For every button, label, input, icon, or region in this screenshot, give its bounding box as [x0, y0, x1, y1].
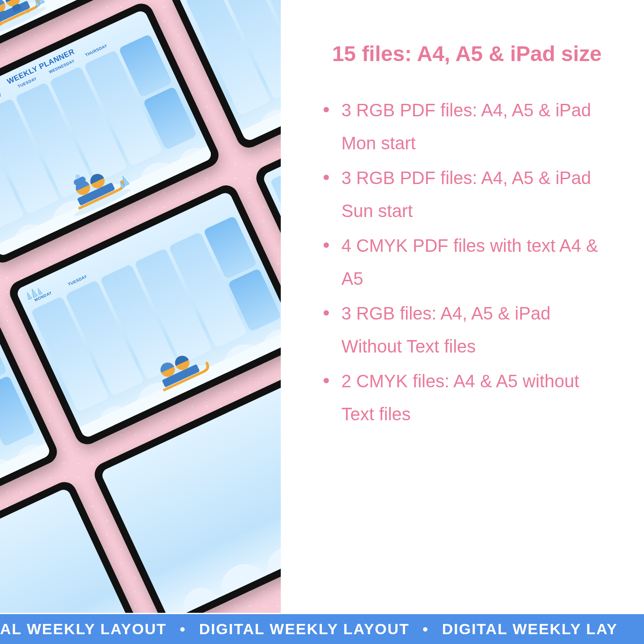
- tablet-grid: WEEKLY PLANNER SUNDAY MONDAY TUESDAY WED…: [0, 0, 263, 534]
- svg-line-15: [0, 22, 1, 25]
- marquee-banner: AL WEEKLY LAYOUT • DIGITAL WEEKLY LAYOUT…: [0, 613, 644, 644]
- marquee-text: AL WEEKLY LAYOUT • DIGITAL WEEKLY LAYOUT…: [0, 620, 618, 638]
- list-item: 2 CMYK files: A4 & A5 without Text files: [321, 365, 613, 431]
- feature-list: 3 RGB PDF files: A4, A5 & iPad Mon start…: [321, 94, 613, 431]
- svg-line-16: [27, 9, 29, 12]
- heading: 15 files: A4, A5 & iPad size: [321, 40, 613, 68]
- mockup-panel: WEEKLY PLANNER SUNDAY MONDAY TUESDAY WED…: [0, 0, 281, 613]
- sled-characters-icon: [0, 0, 52, 41]
- list-item: 3 RGB PDF files: A4, A5 & iPad Mon start: [321, 94, 613, 160]
- list-item: 3 RGB PDF files: A4, A5 & iPad Sun start: [321, 161, 613, 227]
- list-item: 3 RGB files: A4, A5 & iPad Without Text …: [321, 297, 613, 363]
- description-panel: 15 files: A4, A5 & iPad size 3 RGB PDF f…: [281, 0, 644, 613]
- list-item: 4 CMYK PDF files with text A4 & A5: [321, 229, 613, 295]
